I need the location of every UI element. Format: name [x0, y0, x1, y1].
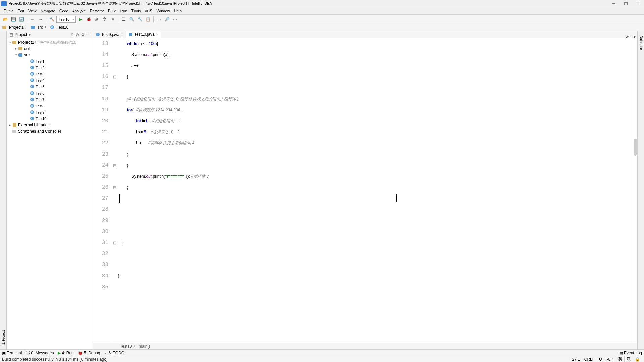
code-line[interactable] [118, 204, 633, 215]
status-line-ending[interactable]: CRLF [582, 357, 597, 362]
close-tab-icon[interactable]: × [121, 33, 123, 36]
gear-icon[interactable]: ⚙ [80, 32, 86, 37]
stop-icon[interactable]: ■ [109, 16, 116, 23]
tab-run[interactable]: ▶4: Run [58, 351, 73, 355]
editor-scrollbar[interactable] [633, 38, 637, 343]
coverage-icon[interactable]: ⛨ [93, 16, 100, 23]
code-line[interactable] [118, 193, 633, 204]
code-line[interactable] [118, 248, 633, 259]
right-tab-database[interactable]: Database [639, 34, 643, 347]
fold-icon[interactable]: ⊟ [113, 71, 117, 82]
crumb-class[interactable]: Test10 [120, 344, 132, 349]
menu-edit[interactable]: Edit [15, 8, 26, 14]
tab-debug[interactable]: 🐞5: Debug [78, 351, 100, 355]
tab-test10[interactable]: CTest10.java× [126, 31, 161, 38]
code-line[interactable]: System.out.println("i======"+i); //循环体 3 [118, 171, 633, 182]
tree-item-test7[interactable]: CTest7 [7, 96, 93, 103]
tab-terminal[interactable]: ▣Terminal [2, 351, 22, 355]
run-config-select[interactable]: Test10 [56, 16, 76, 23]
close-tab-icon[interactable]: × [156, 33, 158, 36]
code-editor[interactable]: 1314151617181920212223242526272829303132… [93, 38, 637, 343]
menu-analyze[interactable]: Analyze [70, 8, 88, 14]
code-line[interactable]: a++; [118, 60, 633, 71]
tree-item-test6[interactable]: CTest6 [7, 90, 93, 96]
tab-eventlog[interactable]: ▤Event Log [619, 351, 642, 355]
build-icon[interactable]: 🔨 [48, 16, 55, 23]
code-line[interactable]: i <= 5; //逻辑表达式 2 [118, 127, 633, 138]
status-ime[interactable]: 英 [616, 356, 624, 362]
debug-icon[interactable]: 🐞 [85, 16, 92, 23]
code-line[interactable]: System.out.println(a); [118, 49, 633, 60]
project-structure-icon[interactable]: 📋 [145, 16, 151, 23]
forward-icon[interactable]: → [37, 16, 44, 23]
profile-icon[interactable]: ⏱ [101, 16, 108, 23]
project-tree[interactable]: ▾Project1 D:\Java零基础到项目实战架 ▸out ▾src CTe… [7, 38, 93, 349]
menu-run[interactable]: Run [118, 8, 129, 14]
tab-messages[interactable]: ⓘ0: Messages [26, 350, 54, 356]
tree-item-test10[interactable]: CTest10 [7, 115, 93, 122]
fold-icon[interactable]: ⊟ [113, 182, 117, 193]
tree-src[interactable]: ▾src [7, 52, 93, 58]
status-lang[interactable]: 汉 [624, 356, 633, 362]
code-line[interactable]: } [118, 237, 633, 248]
menu-file[interactable]: Fileile [1, 8, 15, 14]
back-icon[interactable]: ← [29, 16, 36, 23]
collapse-icon[interactable]: ⊖ [75, 32, 80, 37]
code-line[interactable] [118, 259, 633, 270]
maximize-button[interactable] [621, 1, 631, 7]
tree-external-libs[interactable]: ▸External Libraries [7, 122, 93, 128]
crumb-src[interactable]: src [31, 25, 43, 30]
crumb-project[interactable]: Project1 [2, 25, 24, 30]
code-line[interactable]: while (a <= 100){ [118, 38, 633, 49]
menu-help[interactable]: Help [172, 8, 184, 14]
save-icon[interactable]: 💾 [10, 16, 17, 23]
tab-test9[interactable]: CTest9.java× [93, 31, 126, 38]
scroll-thumb[interactable] [634, 139, 637, 156]
tree-scratches[interactable]: Scratches and Consoles [7, 128, 93, 134]
minimize-button[interactable] [609, 1, 619, 7]
tree-item-test2[interactable]: CTest2 [7, 64, 93, 71]
layout-icon[interactable]: ▭ [156, 16, 162, 23]
find-icon[interactable]: 🔎 [164, 16, 170, 23]
fold-icon[interactable]: ⊟ [113, 237, 117, 248]
open-icon[interactable]: 📂 [2, 16, 9, 23]
tree-item-test9[interactable]: CTest9 [7, 109, 93, 115]
crumb-file[interactable]: CTest10 [50, 25, 68, 30]
code-line[interactable]: } [118, 182, 633, 193]
code-line[interactable]: int i=1; //初始化语句 1 [118, 116, 633, 127]
close-button[interactable] [633, 1, 643, 7]
autoscroll-icon[interactable]: ⊕ [69, 32, 75, 37]
code-line[interactable] [118, 215, 633, 226]
code-line[interactable]: for( //执行顺序 1234 234 234... [118, 105, 633, 116]
code-line[interactable]: } [118, 270, 633, 282]
fold-icon[interactable]: ⊟ [113, 160, 117, 171]
hide-icon[interactable]: — [86, 32, 91, 37]
left-tab-project[interactable]: 1: Project [1, 34, 6, 347]
code-line[interactable] [118, 226, 633, 237]
code-line[interactable]: //for(初始化语句; 逻辑表达式; 循环体执行之后的语句){ 循环体 } [118, 94, 633, 105]
code-content[interactable]: while (a <= 100){ System.out.println(a);… [118, 38, 633, 343]
crumb-method[interactable]: main() [139, 344, 150, 349]
menu-refactor[interactable]: Refactor [88, 8, 106, 14]
menu-build[interactable]: Build [106, 8, 118, 14]
settings-icon[interactable]: 🔧 [137, 16, 143, 23]
tree-item-test3[interactable]: CTest3 [7, 71, 93, 77]
code-line[interactable]: { [118, 160, 633, 171]
tree-root[interactable]: ▾Project1 D:\Java零基础到项目实战架 [7, 39, 93, 45]
status-position[interactable]: 27:1 [570, 357, 582, 362]
menu-code[interactable]: Code [57, 8, 70, 14]
status-encoding[interactable]: UTF-8 ÷ [597, 357, 616, 362]
sync-icon[interactable]: 🔄 [18, 16, 25, 23]
code-line[interactable] [118, 282, 633, 293]
tree-item-test1[interactable]: CTest1 [7, 58, 93, 64]
structure-icon[interactable]: ☰ [120, 16, 127, 23]
tree-item-test8[interactable]: CTest8 [7, 103, 93, 109]
more-icon[interactable]: ⋯ [172, 16, 178, 23]
code-line[interactable]: } [118, 71, 633, 82]
tree-item-test4[interactable]: CTest4 [7, 77, 93, 83]
code-line[interactable]: i++ //循环体执行之后的语句 4 [118, 138, 633, 149]
code-line[interactable] [118, 82, 633, 94]
menu-vcs[interactable]: VCS [143, 8, 154, 14]
menu-navigate[interactable]: Navigate [39, 8, 57, 14]
menu-window[interactable]: Window [154, 8, 172, 14]
